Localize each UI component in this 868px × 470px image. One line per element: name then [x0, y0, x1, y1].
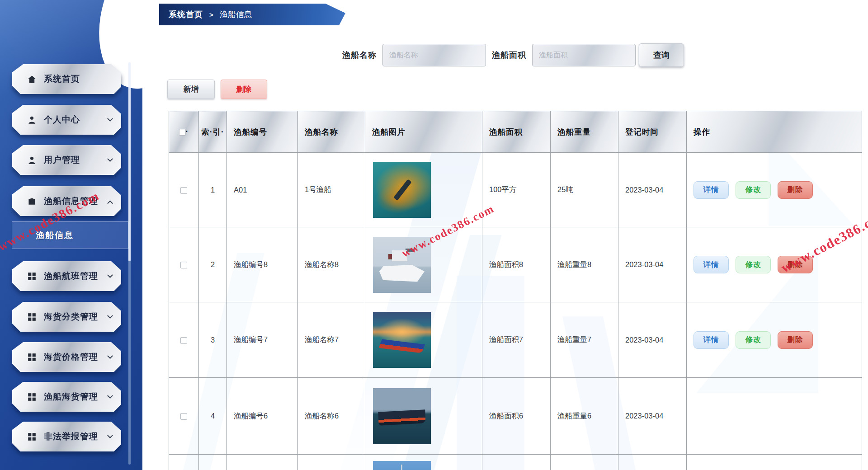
- header-select: ·: [169, 111, 199, 153]
- sidebar-item-vessel-info-management[interactable]: 渔船信息管理: [12, 186, 121, 216]
- query-button[interactable]: 查询: [639, 43, 684, 67]
- sidebar-item-label: 渔船海货管理: [44, 391, 98, 403]
- white-ship-photo: [373, 237, 431, 293]
- cell-index: 2: [199, 227, 227, 302]
- edit-button[interactable]: 修改: [736, 331, 771, 349]
- edit-button[interactable]: 修改: [736, 181, 771, 199]
- row-delete-button[interactable]: 删除: [778, 331, 813, 349]
- cell-name: 1号渔船: [298, 153, 365, 227]
- sidebar-item-label: 海货价格管理: [44, 351, 98, 363]
- cell-area: 100平方: [482, 153, 551, 227]
- detail-button[interactable]: 详情: [693, 181, 729, 199]
- cell-index: 1: [199, 153, 227, 227]
- edit-button[interactable]: 修改: [736, 256, 771, 273]
- row-checkbox[interactable]: [180, 262, 187, 268]
- grid-icon: [28, 432, 36, 441]
- cell-date: 2023-03-04: [618, 227, 687, 302]
- grid-icon: [28, 313, 36, 321]
- cell-code: 渔船编号8: [227, 227, 298, 302]
- chevron-down-icon: [107, 353, 113, 359]
- vessel-name-input[interactable]: [382, 44, 486, 66]
- cell-index: 3: [199, 302, 227, 378]
- select-all-checkbox[interactable]: [179, 129, 186, 136]
- cell-date: 2023-03-04: [618, 302, 687, 378]
- row-checkbox[interactable]: [180, 413, 187, 420]
- sidebar-scrollbar[interactable]: [128, 62, 131, 465]
- chevron-up-icon: [107, 200, 113, 206]
- cell-area: 渔船面积8: [482, 227, 551, 302]
- sidebar-item-label: 渔船信息管理: [44, 195, 98, 207]
- row-delete-button[interactable]: 删除: [778, 256, 813, 273]
- sidebar-item-vessel-schedule-management[interactable]: 渔船航班管理: [12, 261, 121, 291]
- grid-icon: [28, 353, 36, 362]
- sidebar-item-vessel-seafood-management[interactable]: 渔船海货管理: [12, 382, 121, 412]
- detail-button[interactable]: 详情: [693, 256, 729, 273]
- sunset-tanker-photo: [373, 312, 431, 368]
- header-index: 索·引·: [199, 111, 227, 153]
- breadcrumb-separator: >: [209, 11, 213, 19]
- table-row-partial: [169, 455, 862, 470]
- header-name: 渔船名称: [298, 111, 365, 153]
- sidebar-item-label: 系统首页: [44, 73, 80, 85]
- sidebar-item-label: 海货分类管理: [44, 311, 98, 323]
- cell-weight: 25吨: [551, 153, 618, 227]
- cell-index: 4: [199, 378, 227, 455]
- chevron-down-icon: [107, 432, 113, 438]
- cell-code: A01: [227, 153, 298, 227]
- add-button[interactable]: 新增: [167, 80, 215, 99]
- row-checkbox[interactable]: [180, 187, 187, 194]
- grid-icon: [28, 393, 36, 401]
- sidebar-item-home[interactable]: 系统首页: [12, 64, 121, 94]
- search-bar: 渔船名称 渔船面积 查询: [342, 43, 684, 67]
- sidebar-subitem-vessel-info[interactable]: 渔船信息: [12, 221, 128, 249]
- breadcrumb-current: 渔船信息: [220, 9, 252, 20]
- header-code: 渔船编号: [227, 111, 298, 153]
- briefcase-icon: [28, 197, 36, 206]
- table-row: 3 渔船编号7 渔船名称7 渔船面积7 渔船重量7 2023-03-04 详情 …: [169, 302, 862, 378]
- main-content: 系统首页 > 渔船信息 渔船名称 渔船面积 查询 新增 删除 · 索·引· 渔船…: [142, 0, 868, 470]
- vessel-area-label: 渔船面积: [492, 50, 526, 61]
- breadcrumb-home[interactable]: 系统首页: [169, 9, 203, 20]
- cell-name: 渔船名称6: [298, 378, 365, 455]
- table-row: 4 渔船编号6 渔船名称6 渔船面积6 渔船重量6 2023-03-04: [169, 378, 862, 455]
- sidebar-item-user-management[interactable]: 用户管理: [12, 145, 121, 175]
- cell-weight: 渔船重量8: [551, 227, 618, 302]
- chevron-down-icon: [107, 116, 113, 122]
- delete-button[interactable]: 删除: [221, 80, 267, 99]
- sidebar-item-seafood-category-management[interactable]: 海货分类管理: [12, 302, 121, 332]
- sidebar-item-seafood-price-management[interactable]: 海货价格管理: [12, 342, 121, 372]
- detail-button[interactable]: 详情: [693, 331, 729, 349]
- table-header-row: · 索·引· 渔船编号 渔船名称 渔船图片 渔船面积 渔船重量 登记时间 操作: [169, 111, 862, 153]
- sidebar-item-label: 个人中心: [44, 114, 80, 126]
- row-delete-button[interactable]: 删除: [778, 181, 813, 199]
- sidebar-item-illegal-report-management[interactable]: 非法举报管理: [12, 422, 121, 451]
- header-area: 渔船面积: [482, 111, 551, 153]
- row-checkbox[interactable]: [180, 337, 187, 344]
- cell-code: 渔船编号6: [227, 378, 298, 455]
- person-icon: [28, 156, 36, 164]
- sidebar-item-label: 渔船航班管理: [44, 270, 98, 282]
- dark-cargo-ship-photo: [373, 388, 431, 444]
- chevron-down-icon: [107, 313, 113, 319]
- table-row: 1 A01 1号渔船 100平方 25吨 2023-03-04 详情 修改 删除: [169, 153, 862, 227]
- chevron-down-icon: [107, 272, 113, 278]
- sidebar-subitem-label: 渔船信息: [36, 230, 74, 241]
- cell-area: 渔船面积6: [482, 378, 551, 455]
- chevron-down-icon: [107, 393, 113, 399]
- home-icon: [28, 75, 36, 84]
- sidebar: 系统首页 个人中心 用户管理 渔船信息管理 渔船信息: [0, 0, 142, 470]
- cell-name: 渔船名称7: [298, 302, 365, 378]
- chevron-down-icon: [107, 156, 113, 162]
- vessel-table: · 索·引· 渔船编号 渔船名称 渔船图片 渔船面积 渔船重量 登记时间 操作 …: [169, 111, 862, 470]
- sidebar-item-label: 用户管理: [44, 154, 80, 166]
- header-image: 渔船图片: [365, 111, 482, 153]
- breadcrumb: 系统首页 > 渔船信息: [159, 4, 345, 25]
- sidebar-item-personal-center[interactable]: 个人中心: [12, 105, 121, 135]
- header-actions: 操作: [687, 111, 862, 153]
- cell-area: 渔船面积7: [482, 302, 551, 378]
- person-icon: [28, 116, 36, 124]
- cell-code: 渔船编号7: [227, 302, 298, 378]
- header-date: 登记时间: [618, 111, 687, 153]
- cell-date: 2023-03-04: [618, 153, 687, 227]
- vessel-area-input[interactable]: [532, 44, 636, 66]
